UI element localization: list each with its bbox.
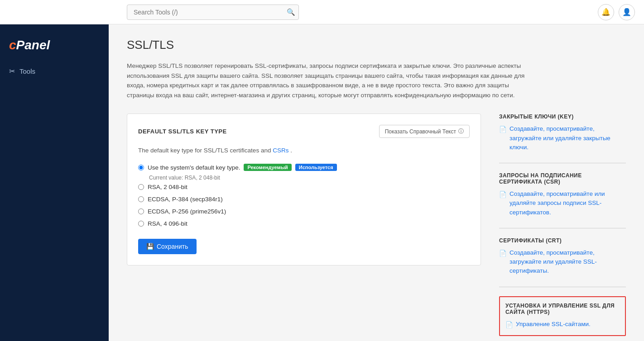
install-manage-section: УСТАНОВКА И УПРАВЛЕНИЕ SSL ДЛЯ САЙТА (HT… <box>499 296 626 336</box>
side-col: ЗАКРЫТЫЕ КЛЮЧИ (KEY) 📄 Создавайте, просм… <box>499 114 626 336</box>
topbar: 🔍 🔔 👤 <box>0 0 644 24</box>
radio-ecdsa-384[interactable] <box>138 196 144 202</box>
tools-icon: ✂ <box>9 67 15 76</box>
radio-rsa-4096-label[interactable]: RSA, 4 096-bit <box>148 220 187 227</box>
logo: cPanel <box>0 33 109 62</box>
divider-2 <box>499 228 626 228</box>
info-icon: ⓘ <box>458 128 464 135</box>
document-icon-2: 📄 <box>499 190 507 199</box>
card-header: DEFAULT SSL/TLS KEY TYPE Показать Справо… <box>138 125 470 138</box>
radio-option-rsa4096: RSA, 4 096-bit <box>138 218 470 230</box>
certificates-title: СЕРТИФИКАТЫ (CRT) <box>499 237 626 244</box>
private-keys-title: ЗАКРЫТЫЕ КЛЮЧИ (KEY) <box>499 114 626 120</box>
install-manage-title: УСТАНОВКА И УПРАВЛЕНИЕ SSL ДЛЯ САЙТА (HT… <box>505 303 620 315</box>
logo-text: cPanel <box>9 38 50 52</box>
sidebar: cPanel ✂ Tools <box>0 24 109 341</box>
card-description: The default key type for SSL/TLS certifi… <box>138 147 470 154</box>
page-description: Менеджер SSL/TLS позволяет геренировать … <box>127 61 534 100</box>
card-title: DEFAULT SSL/TLS KEY TYPE <box>138 128 227 135</box>
radio-option-ecdsa384: ECDSA, P-384 (secp384r1) <box>138 193 470 205</box>
divider-1 <box>499 163 626 163</box>
radio-group: Use the system's default key type. Реком… <box>138 161 470 230</box>
search-input[interactable] <box>127 5 299 20</box>
save-label: Сохранить <box>157 243 188 250</box>
current-value: Current value: RSA, 2 048-bit <box>149 175 470 181</box>
radio-ecdsa-384-label[interactable]: ECDSA, P-384 (secp384r1) <box>148 196 223 203</box>
content-columns: DEFAULT SSL/TLS KEY TYPE Показать Справо… <box>127 114 626 336</box>
radio-rsa-2048-label[interactable]: RSA, 2 048-bit <box>148 184 187 190</box>
user-menu-button[interactable]: 👤 <box>619 4 635 20</box>
csr-link[interactable]: CSRs <box>273 147 288 154</box>
csr-title: ЗАПРОСЫ НА ПОДПИСАНИЕ СЕРТИФИКАТА (CSR) <box>499 172 626 185</box>
radio-rsa-2048[interactable] <box>138 184 144 190</box>
bell-icon: 🔔 <box>601 8 610 16</box>
document-icon-3: 📄 <box>499 249 507 258</box>
private-keys-link[interactable]: 📄 Создавайте, просматривайте, загружайте… <box>499 124 626 152</box>
help-label: Показать Справочный Текст <box>385 128 456 135</box>
ssl-key-type-card: DEFAULT SSL/TLS KEY TYPE Показать Справо… <box>127 114 481 265</box>
manage-ssl-link[interactable]: 📄 Управление SSL-сайтами. <box>505 320 620 330</box>
save-button[interactable]: 💾 Сохранить <box>138 239 197 254</box>
badge-recommended: Рекомендуемый <box>244 164 291 171</box>
radio-option-ecdsa256: ECDSA, P-256 (prime256v1) <box>138 205 470 218</box>
divider-3 <box>499 287 626 287</box>
radio-ecdsa-256-label[interactable]: ECDSA, P-256 (prime256v1) <box>148 208 226 215</box>
notifications-button[interactable]: 🔔 <box>598 4 614 20</box>
document-icon: 📄 <box>499 125 507 134</box>
radio-option-system-default: Use the system's default key type. Реком… <box>138 161 470 174</box>
document-icon-4: 📄 <box>505 321 513 330</box>
search-wrap: 🔍 <box>127 5 299 20</box>
badge-used: Используется <box>295 164 337 171</box>
radio-option-rsa2048: RSA, 2 048-bit <box>138 181 470 193</box>
radio-system-default-label[interactable]: Use the system's default key type. <box>148 164 240 171</box>
user-icon: 👤 <box>622 8 631 16</box>
csr-link[interactable]: 📄 Создавайте, просматривайте или удаляйт… <box>499 189 626 217</box>
page-title: SSL/TLS <box>127 38 626 52</box>
private-keys-section: ЗАКРЫТЫЕ КЛЮЧИ (KEY) 📄 Создавайте, просм… <box>499 114 626 152</box>
radio-system-default[interactable] <box>138 165 144 170</box>
help-button[interactable]: Показать Справочный Текст ⓘ <box>379 125 470 138</box>
certificates-link[interactable]: 📄 Создавайте, просматривайте, загружайте… <box>499 248 626 276</box>
certificates-section: СЕРТИФИКАТЫ (CRT) 📄 Создавайте, просматр… <box>499 237 626 276</box>
radio-rsa-4096[interactable] <box>138 221 144 227</box>
radio-ecdsa-256[interactable] <box>138 208 144 214</box>
sidebar-item-label: Tools <box>19 67 35 75</box>
main-content: SSL/TLS Менеджер SSL/TLS позволяет герен… <box>109 24 644 341</box>
search-submit-button[interactable]: 🔍 <box>287 8 295 16</box>
sidebar-item-tools[interactable]: ✂ Tools <box>0 62 109 81</box>
save-icon: 💾 <box>146 243 154 250</box>
app-layout: cPanel ✂ Tools SSL/TLS Менеджер SSL/TLS … <box>0 24 644 341</box>
main-col: DEFAULT SSL/TLS KEY TYPE Показать Справо… <box>127 114 481 265</box>
csr-section: ЗАПРОСЫ НА ПОДПИСАНИЕ СЕРТИФИКАТА (CSR) … <box>499 172 626 217</box>
